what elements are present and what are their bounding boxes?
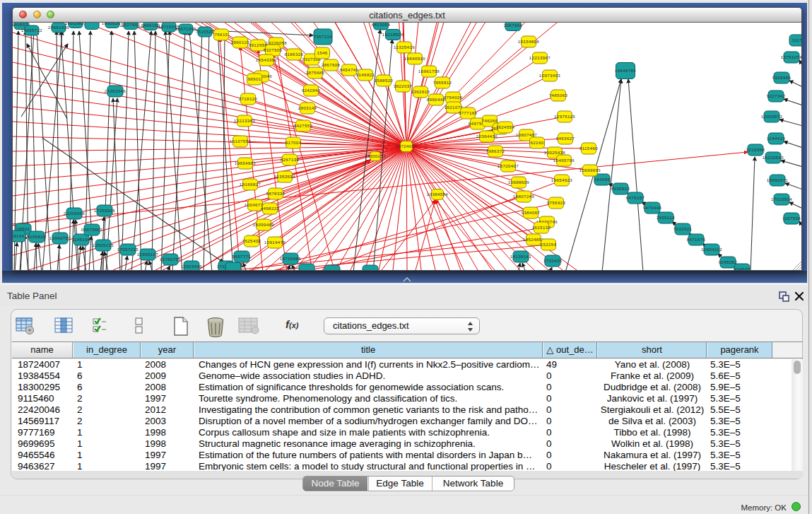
svg-text:1615132: 1615132 (532, 225, 551, 230)
svg-text:4498222: 4498222 (261, 206, 280, 211)
svg-text:152254: 152254 (541, 242, 557, 247)
svg-text:9146821: 9146821 (356, 72, 375, 77)
svg-text:8912954: 8912954 (249, 42, 268, 47)
svg-text:9463627: 9463627 (556, 136, 575, 141)
svg-text:917004: 917004 (286, 140, 302, 145)
svg-text:9756923: 9756923 (547, 200, 566, 205)
svg-text:11353594: 11353594 (274, 174, 295, 179)
svg-text:14055712: 14055712 (21, 28, 43, 33)
svg-text:12213383: 12213383 (234, 118, 256, 123)
svg-text:09975867: 09975867 (81, 227, 103, 232)
svg-text:16099489: 16099489 (253, 222, 275, 227)
svg-text:8186328: 8186328 (285, 52, 304, 57)
svg-text:9245052: 9245052 (719, 259, 738, 264)
svg-text:12093873: 12093873 (761, 114, 783, 119)
svg-text:7357224: 7357224 (314, 34, 333, 39)
svg-text:10654112: 10654112 (701, 247, 722, 252)
svg-text:99154: 99154 (13, 233, 25, 238)
svg-text:15495796: 15495796 (553, 158, 575, 163)
svg-text:164095: 164095 (594, 177, 611, 182)
svg-text:3215958: 3215958 (746, 147, 765, 152)
svg-text:13751074: 13751074 (781, 54, 801, 59)
svg-text:20364436: 20364436 (476, 134, 498, 139)
svg-text:1621072: 1621072 (445, 105, 464, 110)
svg-text:20206556: 20206556 (64, 211, 86, 216)
svg-text:7515526: 7515526 (196, 29, 215, 34)
svg-text:16648784: 16648784 (615, 68, 637, 73)
svg-text:10154808: 10154808 (518, 39, 540, 44)
svg-text:10973493: 10973493 (539, 73, 561, 78)
svg-text:62160: 62160 (531, 140, 544, 145)
svg-text:1588520: 1588520 (375, 78, 394, 83)
svg-text:12923446: 12923446 (181, 264, 203, 269)
svg-text:12942757: 12942757 (49, 235, 71, 240)
svg-text:16671355: 16671355 (175, 26, 197, 31)
svg-text:3822037: 3822037 (394, 83, 413, 88)
svg-text:10025438: 10025438 (544, 150, 566, 155)
svg-text:7955812: 7955812 (433, 80, 452, 85)
svg-text:9242848: 9242848 (302, 88, 321, 93)
svg-text:9327509: 9327509 (264, 47, 283, 52)
svg-text:2935114: 2935114 (657, 215, 675, 220)
svg-text:6466160: 6466160 (141, 23, 160, 28)
svg-text:16543362: 16543362 (256, 57, 278, 62)
svg-text:10914479: 10914479 (264, 240, 286, 245)
svg-text:1546: 1546 (317, 50, 327, 55)
svg-text:14136141: 14136141 (510, 254, 532, 259)
svg-text:15716485: 15716485 (280, 256, 302, 261)
svg-text:2087662: 2087662 (504, 23, 523, 28)
svg-text:10688609: 10688609 (508, 180, 530, 185)
svg-text:7485063: 7485063 (549, 93, 568, 98)
svg-text:16961758: 16961758 (418, 69, 440, 74)
svg-text:924505: 924505 (734, 267, 751, 270)
svg-text:8454749: 8454749 (340, 67, 359, 72)
svg-text:19166827: 19166827 (240, 182, 261, 187)
svg-text:1733426: 1733426 (543, 258, 563, 263)
svg-text:18807249: 18807249 (513, 194, 535, 199)
svg-text:12975115: 12975115 (554, 114, 575, 119)
svg-text:76615: 76615 (215, 32, 228, 37)
svg-text:746266: 746266 (482, 118, 498, 123)
svg-text:17016504: 17016504 (771, 197, 793, 201)
svg-text:11325419: 11325419 (394, 45, 415, 49)
svg-text:10655267: 10655267 (102, 23, 124, 25)
svg-text:8990448: 8990448 (427, 97, 446, 102)
svg-text:17359926: 17359926 (94, 208, 116, 213)
svg-text:12505135: 12505135 (93, 243, 114, 247)
svg-text:10807487: 10807487 (516, 132, 538, 137)
svg-text:9329966: 9329966 (772, 75, 792, 80)
svg-text:9474444: 9474444 (643, 205, 662, 210)
svg-text:6794028: 6794028 (444, 95, 463, 100)
svg-text:21053346: 21053346 (105, 88, 126, 93)
svg-text:8938923: 8938923 (611, 186, 630, 191)
svg-text:15720407: 15720407 (498, 163, 519, 168)
svg-text:17957225: 17957225 (117, 247, 139, 252)
svg-text:8813054: 8813054 (372, 23, 391, 27)
svg-text:7986372: 7986372 (486, 148, 505, 153)
svg-text:9777169: 9777169 (459, 110, 478, 115)
svg-text:2867608: 2867608 (322, 62, 341, 67)
svg-text:18724007: 18724007 (396, 144, 418, 148)
svg-text:16033809: 16033809 (65, 23, 87, 25)
svg-text:19654985: 19654985 (235, 160, 257, 165)
svg-text:8427552: 8427552 (294, 123, 313, 128)
svg-text:1145194: 1145194 (72, 237, 90, 242)
svg-text:16782759: 16782759 (160, 257, 182, 262)
svg-text:9384067: 9384067 (522, 210, 541, 215)
svg-text:1624554: 1624554 (496, 124, 515, 129)
svg-text:19654923: 19654923 (551, 177, 573, 182)
svg-text:1244419: 1244419 (767, 136, 786, 141)
svg-text:1167534: 1167534 (782, 216, 801, 221)
svg-text:1156829: 1156829 (28, 234, 46, 239)
svg-text:8471676: 8471676 (687, 237, 706, 242)
svg-text:16210643: 16210643 (763, 155, 784, 160)
svg-text:1117: 1117 (792, 37, 801, 42)
svg-text:10699695: 10699695 (579, 168, 601, 173)
svg-text:7632621: 7632621 (673, 226, 693, 231)
svg-text:9227342: 9227342 (767, 93, 786, 98)
svg-text:12213967: 12213967 (529, 55, 551, 60)
svg-text:9960123: 9960123 (231, 40, 250, 45)
svg-text:6479197: 6479197 (626, 195, 645, 200)
svg-text:15692971: 15692971 (767, 177, 789, 182)
svg-text:1527602: 1527602 (122, 23, 141, 27)
